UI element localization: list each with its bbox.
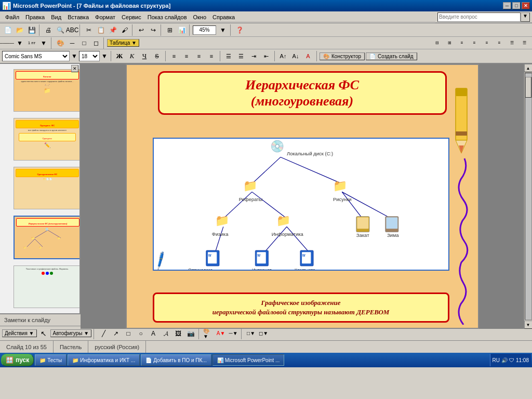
line-color-draw[interactable]: ─▼: [228, 328, 239, 339]
insert-image[interactable]: 📷: [185, 328, 196, 339]
menu-file[interactable]: Файл: [2, 13, 22, 21]
preview-button[interactable]: 🔍: [55, 24, 66, 36]
menu-insert[interactable]: Вставка: [64, 13, 92, 21]
clipart-tool[interactable]: 🖼: [172, 328, 184, 339]
size-dropdown[interactable]: ▼: [101, 50, 108, 62]
bold-button[interactable]: Ж: [114, 50, 125, 62]
line-style[interactable]: ─────: [2, 37, 14, 49]
arrow-style[interactable]: ▼: [14, 37, 25, 49]
line-color[interactable]: ─: [66, 37, 78, 49]
scroll-up-arrow[interactable]: ▲: [524, 64, 533, 72]
num-list-btn[interactable]: ☰: [235, 50, 247, 62]
font-size-down[interactable]: A↓: [290, 50, 301, 62]
underline-button[interactable]: Ч: [139, 50, 150, 62]
font-color-draw[interactable]: A▼: [215, 328, 227, 339]
line-tool[interactable]: ╱: [98, 328, 109, 339]
taskbar-item-powerpoint[interactable]: 📊 Microsoft PowerPoint ...: [212, 354, 285, 366]
copy-button[interactable]: 📋: [95, 24, 107, 36]
decrease-indent[interactable]: ⇤: [260, 50, 272, 62]
italic-button[interactable]: К: [126, 50, 138, 62]
select-pointer[interactable]: ↖: [38, 328, 49, 339]
menu-edit[interactable]: Правка: [22, 13, 48, 21]
slide-panel[interactable]: ✕ 7 Каталог единственны место может соде…: [0, 64, 81, 313]
slide-layout-btn[interactable]: ⊟: [431, 37, 443, 49]
slide-layout-btn2[interactable]: ⊞: [444, 37, 455, 49]
taskbar-item-informatika[interactable]: 📁 Информатика и ИКТ ...: [68, 354, 140, 366]
align-right-btn[interactable]: ≡: [193, 50, 205, 62]
align-center[interactable]: ≡: [469, 37, 480, 49]
rect-tool[interactable]: □: [123, 328, 134, 339]
slide-thumb-10[interactable]: Иерархическая ФС (многоуровневая) 💿 📁 📁 …: [14, 216, 81, 259]
align-right[interactable]: ≡: [481, 37, 493, 49]
shadow-draw[interactable]: □▼: [245, 328, 257, 339]
zoom-dropdown[interactable]: ▼: [217, 24, 229, 36]
insert-table[interactable]: ⊞: [164, 24, 176, 36]
slide-canvas[interactable]: Иерархическая ФС (многоуровневая): [81, 64, 524, 329]
search-input[interactable]: [437, 12, 521, 22]
constructor-button[interactable]: 🎨 Конструктор: [320, 52, 365, 60]
font-size-up[interactable]: A↑: [277, 50, 289, 62]
font-selector[interactable]: Comic Sans MS: [2, 51, 70, 61]
spell-button[interactable]: ABC: [66, 24, 78, 36]
table-button[interactable]: Таблица ▼: [107, 39, 139, 47]
close-button[interactable]: ✕: [522, 2, 530, 9]
strikethrough-button[interactable]: S: [151, 50, 163, 62]
menu-help[interactable]: Справка: [209, 13, 238, 21]
slide-thumb-9[interactable]: Одноуровневая ФС 📁 📄 📄: [14, 167, 81, 209]
minimize-button[interactable]: ─: [503, 2, 511, 9]
format-painter[interactable]: 🖌: [119, 24, 130, 36]
textbox-tool[interactable]: A: [148, 328, 159, 339]
wordart-tool[interactable]: 𝓐: [160, 328, 171, 339]
arrow-tool[interactable]: ↗: [110, 328, 122, 339]
fill-color[interactable]: 🎨: [55, 37, 66, 49]
align-left[interactable]: ≡: [456, 37, 468, 49]
maximize-button[interactable]: □: [512, 2, 521, 9]
bullet-list[interactable]: ☰: [506, 37, 517, 49]
scroll-track[interactable]: [525, 73, 532, 320]
align-left-btn[interactable]: ≡: [168, 50, 180, 62]
size-selector[interactable]: 18: [79, 51, 100, 61]
paste-button[interactable]: 📌: [107, 24, 118, 36]
font-color-btn[interactable]: A: [302, 50, 314, 62]
create-slide-button[interactable]: 📄 Создать слайд: [366, 52, 417, 60]
dash-style[interactable]: 1 пт: [26, 37, 37, 49]
taskbar-item-tests[interactable]: 📁 Тесты: [35, 354, 66, 366]
num-list[interactable]: ☰: [518, 37, 530, 49]
menu-slideshow[interactable]: Показ слайдов: [144, 13, 190, 21]
menu-window[interactable]: Окно: [190, 13, 210, 21]
font-dropdown[interactable]: ▼: [71, 50, 78, 62]
slide-thumb-8[interactable]: Однодиск. ФС все файлы находятся в одном…: [14, 118, 81, 161]
dash-style-drop[interactable]: ▼: [38, 37, 49, 49]
scroll-thumb[interactable]: [525, 77, 531, 98]
print-button[interactable]: 🖨: [43, 24, 54, 36]
start-button[interactable]: 🪟 пуск: [1, 354, 34, 366]
vertical-scrollbar[interactable]: ▲ ▼: [524, 64, 532, 329]
autoshapes-button[interactable]: Автофигуры ▼: [50, 329, 92, 337]
increase-indent[interactable]: ⇥: [248, 50, 259, 62]
new-button[interactable]: 📄: [2, 24, 14, 36]
taskbar-item-add[interactable]: 📄 Добавить в ПО и ПК...: [141, 354, 211, 366]
actions-button[interactable]: Действия ▼: [2, 329, 37, 337]
help-button[interactable]: ❓: [234, 24, 245, 36]
panel-close-button[interactable]: ✕: [71, 65, 78, 72]
menu-view[interactable]: Вид: [48, 13, 64, 21]
3d-effect[interactable]: ◻: [90, 37, 102, 49]
zoom-input[interactable]: [193, 25, 216, 35]
undo-button[interactable]: ↩: [136, 24, 147, 36]
3d-draw[interactable]: ◻▼: [258, 328, 269, 339]
search-arrow-button[interactable]: ▼: [521, 12, 530, 22]
save-button[interactable]: 💾: [26, 24, 37, 36]
open-button[interactable]: 📂: [14, 24, 25, 36]
menu-service[interactable]: Сервис: [118, 13, 144, 21]
align-center-btn[interactable]: ≡: [181, 50, 192, 62]
oval-tool[interactable]: ○: [135, 328, 147, 339]
slide-thumb-7[interactable]: Каталог единственны место может содержат…: [14, 69, 81, 112]
cut-button[interactable]: ✂: [83, 24, 95, 36]
align-justify[interactable]: ≡: [494, 37, 505, 49]
align-justify-btn[interactable]: ≡: [206, 50, 217, 62]
insert-chart[interactable]: 📊: [176, 24, 188, 36]
scroll-down-arrow[interactable]: ▼: [524, 321, 533, 329]
shadow[interactable]: □: [78, 37, 90, 49]
menu-format[interactable]: Формат: [92, 13, 118, 21]
slide-thumb-11[interactable]: Текстовые и графические файлы. Форматы.: [14, 265, 81, 308]
